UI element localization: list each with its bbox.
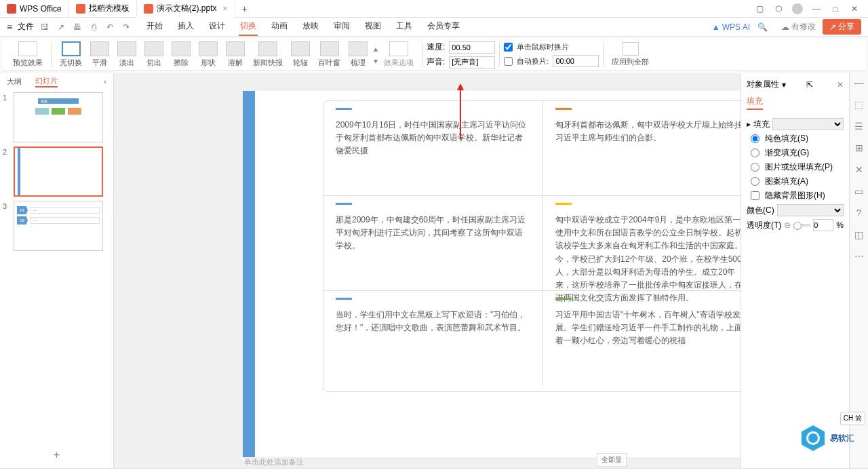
thumb-num: 3 (3, 201, 11, 210)
save-icon[interactable]: 🖫 (39, 22, 50, 32)
redo-icon[interactable]: ↷ (121, 22, 132, 32)
print-icon[interactable]: 🖶 (72, 22, 83, 32)
trans-blinds[interactable]: 百叶窗 (314, 41, 344, 68)
trans-more-button[interactable]: ▴▾ (372, 43, 380, 67)
sidetool-layout[interactable]: ⊞ (853, 142, 865, 155)
advance-auto-input[interactable] (553, 55, 599, 67)
export-icon[interactable]: ↗ (56, 22, 66, 32)
trans-morph[interactable]: 平滑 (86, 41, 113, 68)
transparency-input[interactable] (813, 219, 833, 231)
mtab-transition[interactable]: 切换 (239, 18, 258, 36)
notes-placeholder[interactable]: 单击此处添加备注 (243, 456, 741, 467)
avatar-icon[interactable] (792, 3, 803, 14)
sidetool-help[interactable]: ? (853, 208, 865, 220)
wps-ai-button[interactable]: ▲WPS AI (712, 22, 750, 32)
maximize-button[interactable]: □ (830, 3, 841, 14)
search-icon[interactable]: 🔍 (757, 22, 768, 32)
mtab-start[interactable]: 开始 (145, 18, 164, 36)
trans-none[interactable]: 无切换 (56, 41, 86, 68)
color-label: 颜色(C) (747, 205, 774, 216)
tab-close-icon[interactable]: × (222, 4, 227, 14)
advance-click-label: 单击鼠标时换片 (517, 42, 569, 52)
ppt-icon (144, 4, 153, 14)
sidetool-res[interactable]: ◫ (853, 229, 865, 241)
tab-template[interactable]: 找稻壳模板 (69, 0, 137, 18)
sidetool-template[interactable]: ▭ (853, 186, 865, 198)
hamburger-icon[interactable]: ≡ (7, 22, 12, 33)
slide-canvas[interactable]: 2009年10月16日，时任中国国家副主席习近平访问位于匈牙利首都布达佩斯的匈中… (243, 91, 741, 457)
fill-solid-radio[interactable] (751, 134, 760, 143)
trans-fade[interactable]: 淡出 (113, 41, 140, 68)
fill-pattern-radio[interactable] (751, 177, 760, 186)
fill-section-label[interactable]: 填充 (753, 119, 770, 130)
fill-picture-radio[interactable] (751, 163, 760, 172)
mtab-member[interactable]: 会员专享 (426, 18, 461, 36)
trans-cut[interactable]: 切出 (140, 41, 167, 68)
expand-all-button[interactable]: 全部显 (597, 453, 627, 467)
template-icon (76, 4, 85, 14)
mtab-insert[interactable]: 插入 (176, 18, 195, 36)
trans-shape[interactable]: 形状 (195, 41, 222, 68)
slide-thumb-3[interactable]: 01— 02— (14, 201, 103, 251)
rpanel-close-icon[interactable]: ✕ (837, 80, 844, 90)
pin-icon[interactable]: ⇱ (806, 80, 813, 90)
fill-pattern-label: 图案填充(A) (765, 176, 808, 187)
mtab-animation[interactable]: 动画 (270, 18, 289, 36)
sidetool-select[interactable]: ⬚ (853, 99, 865, 111)
sidetool-minus[interactable]: — (853, 77, 865, 90)
color-select[interactable] (777, 204, 844, 216)
slide-thumb-1[interactable]: 标题 (14, 92, 103, 142)
trans-dissolve[interactable]: 溶解 (222, 41, 249, 68)
trans-comb[interactable]: 梳理 (344, 41, 372, 68)
sidetool-style[interactable]: ☰ (853, 121, 865, 133)
fill-gradient-radio[interactable] (751, 149, 760, 157)
wps-icon (7, 4, 16, 14)
slides-tab[interactable]: 幻灯片 (35, 76, 58, 87)
apply-all-button[interactable]: 应用到全部 (608, 42, 653, 67)
ime-indicator[interactable]: CH 简 (840, 412, 865, 425)
sidetool-settings[interactable]: ✕ (853, 164, 865, 176)
cell-text: 那是2009年，中匈建交60周年，时任国家副主席习近平对匈牙利进行正式访问，其间… (336, 214, 530, 253)
layout-icon[interactable]: ▢ (754, 3, 765, 14)
file-menu[interactable]: 文件 (18, 21, 34, 33)
mtab-design[interactable]: 设计 (208, 18, 226, 36)
advance-click-checkbox[interactable] (504, 43, 513, 52)
mtab-review[interactable]: 审阅 (332, 18, 351, 36)
cell-text: 匈牙利首都布达佩斯，匈中双语学校大厅墙上始终挂着习近平主席与师生们的合影。 (555, 119, 741, 144)
mtab-view[interactable]: 视图 (363, 18, 382, 36)
trans-wipe[interactable]: 擦除 (167, 41, 195, 68)
sound-select[interactable] (449, 56, 495, 68)
share-button[interactable]: ↗分享 (823, 19, 861, 35)
trans-wheel[interactable]: 轮辐 (287, 41, 314, 68)
trans-news[interactable]: 新闻快报 (249, 41, 287, 68)
hide-bg-checkbox[interactable] (751, 191, 760, 200)
minimize-button[interactable]: — (811, 3, 822, 14)
slide-thumb-2[interactable] (14, 146, 103, 197)
tab-label: WPS Office (20, 4, 62, 14)
tab-wps-home[interactable]: WPS Office (0, 0, 69, 18)
close-button[interactable]: ✕ (849, 3, 860, 14)
effect-options[interactable]: 效果选项 (380, 41, 418, 68)
fill-preset-select[interactable] (772, 118, 844, 130)
collapse-thumbs-icon[interactable]: ‹ (104, 77, 106, 85)
cell-text: 习近平用中国古语"十年树木，百年树人"寄语学校发展。学生们赠送给习近平一件手工制… (555, 309, 741, 348)
undo-icon[interactable]: ↶ (104, 22, 115, 32)
add-slide-button[interactable]: + (0, 442, 113, 468)
watermark: 易软汇 (800, 425, 854, 451)
mtab-slideshow[interactable]: 放映 (301, 18, 320, 36)
tab-add-button[interactable]: + (235, 3, 254, 14)
cube-icon[interactable]: ⬡ (773, 3, 784, 14)
annotation-arrow (460, 85, 461, 140)
preview-icon[interactable]: ⎙ (88, 22, 99, 32)
mtab-tools[interactable]: 工具 (395, 18, 414, 36)
tab-current-doc[interactable]: 演示文稿(2).pptx× (137, 0, 235, 18)
transparency-slider[interactable] (793, 224, 810, 227)
sidetool-more[interactable]: ⋯ (853, 251, 865, 263)
outline-tab[interactable]: 大纲 (7, 77, 22, 87)
advance-auto-checkbox[interactable] (504, 57, 513, 66)
dropdown-icon[interactable]: ▾ (782, 80, 786, 90)
fill-tab[interactable]: 填充 (747, 96, 763, 110)
preview-button[interactable]: 预览效果 (9, 41, 47, 68)
speed-input[interactable] (449, 41, 495, 54)
hide-bg-label: 隐藏背景图形(H) (765, 190, 825, 201)
